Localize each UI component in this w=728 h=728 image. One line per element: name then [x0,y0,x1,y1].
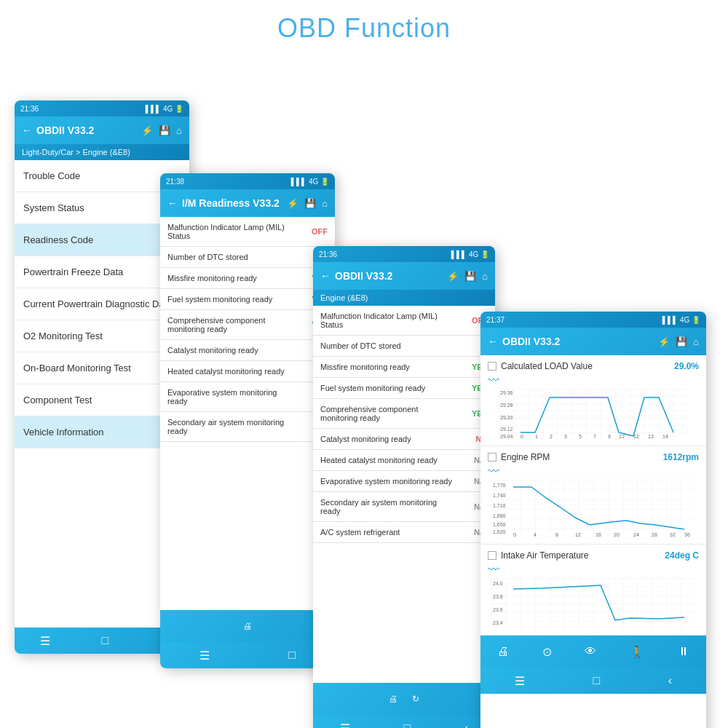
back-btn-4[interactable]: ‹ [668,674,672,687]
chart-load-checkbox[interactable] [488,362,496,371]
chart-rpm-value: 1612rpm [663,452,699,462]
chart-rpm: Engine RPM 1612rpm 〰 1,770 1,740 1,710 1… [480,446,706,545]
table-row: Missfire monitoring readyYES [160,268,335,289]
page-title: OBD Function [0,0,728,57]
svg-text:1,650: 1,650 [493,522,506,527]
save-icon-2: 💾 [304,198,316,209]
menu-icon-1[interactable]: ☰ [40,634,50,648]
svg-text:1,710: 1,710 [493,503,506,508]
chart-load-svg: 29.36 29.28 29.20 29.12 29.04 0 1 2 3 5 … [488,389,699,440]
svg-text:0: 0 [521,434,523,439]
print-icon-2[interactable]: 🖨 [243,621,252,631]
header-icons-2: ⚡ 💾 ⌂ [287,198,328,209]
sub-header-1: Light-Duty/Car > Engine (&E8) [15,144,189,160]
svg-text:11: 11 [619,434,625,439]
bottom-toolbar-4: 🖨 ⊙ 👁 🚶 ⏸ [480,636,706,668]
table-row: Catalyst monitoring readyNO [160,340,335,361]
time-1: 21:36 [20,105,39,113]
table-row: Secondary air system monitoring readyN/A [313,492,495,522]
table-row: Number of DTC stored0 [160,247,335,268]
bt-icon-4: ⚡ [658,336,670,347]
home-btn-4[interactable]: □ [593,674,600,687]
header-title-2: ← I/M Readiness V33.2 [167,197,280,209]
home-icon-3[interactable]: ⌂ [482,271,488,282]
svg-text:3: 3 [564,434,567,439]
app-header-3: ← OBDII V33.2 ⚡ 💾 ⌂ [313,262,495,290]
menu-icon-4[interactable]: ☰ [515,674,525,688]
table-row: Catalyst monitoring readyNO [313,429,495,450]
svg-text:4: 4 [534,532,537,537]
svg-text:32: 32 [670,532,676,537]
print-icon-3[interactable]: 🖨 [389,694,397,704]
menu-icon-2[interactable]: ☰ [199,649,210,662]
chart-temp: Intake Air Temperature 24deg C 〰 24.0 23… [480,545,706,636]
signal-1: ▌▌▌ 4G 🔋 [146,105,183,113]
chart-temp-checkbox[interactable] [488,551,496,560]
wave-icon-load: 〰 [488,374,499,387]
header-icons-4: ⚡ 💾 ⌂ [658,336,699,347]
walk-btn-4[interactable]: 🚶 [630,645,644,659]
status-bar-1: 21:36 ▌▌▌ 4G 🔋 [15,100,189,116]
print-btn-4[interactable]: 🖨 [497,645,509,658]
svg-text:14: 14 [662,434,668,439]
back-btn-3[interactable]: ‹ [464,721,468,728]
header-title-1: ← OBDII V33.2 [22,124,94,136]
home-icon-4[interactable]: ⌂ [693,336,699,347]
screen-live-data: 21:37 ▌▌▌ 4G 🔋 ← OBDII V33.2 ⚡ 💾 ⌂ Calcu… [480,312,706,728]
svg-text:12: 12 [633,434,639,439]
time-2: 21:38 [166,178,184,186]
svg-text:29.28: 29.28 [500,403,513,408]
view-btn-4[interactable]: 👁 [585,645,596,658]
refresh-icon-3[interactable]: ↻ [412,694,419,704]
status-bar-3: 21:36 ▌▌▌ 4G 🔋 [313,246,495,262]
table-row: Evaporative system monitoring readyN/A [160,382,335,412]
status-bar-2: 21:38 ▌▌▌ 4G 🔋 [160,173,335,189]
record-btn-4[interactable]: ⊙ [542,645,552,659]
table-row: Malfunction Indicator Lamp (MIL) StatusO… [313,306,495,336]
menu-icon-3[interactable]: ☰ [340,721,350,729]
screens-container: 21:36 ▌▌▌ 4G 🔋 ← OBDII V33.2 ⚡ 💾 ⌂ Light… [0,57,728,697]
svg-text:1,770: 1,770 [493,483,506,488]
back-icon-3[interactable]: ← [320,270,331,282]
signal-3: ▌▌▌ 4G 🔋 [451,250,489,258]
svg-text:23.6: 23.6 [493,607,503,612]
home-icon-2[interactable]: ⌂ [322,198,328,209]
chart-load: Calculated LOAD Value 29.0% 〰 29.36 29.2… [480,355,706,446]
pause-btn-4[interactable]: ⏸ [678,645,689,658]
bt-icon-3: ⚡ [447,271,459,282]
header-title-4: ← OBDII V33.2 [488,336,560,347]
table-row: Malfunction Indicator Lamp (MIL) StatusO… [160,217,335,247]
bt-icon-2: ⚡ [287,198,298,209]
table-row: A/C system refrigerantN/A [313,522,495,543]
svg-text:20: 20 [614,532,620,537]
svg-text:12: 12 [575,532,581,537]
chart-load-header: Calculated LOAD Value 29.0% [488,361,699,371]
svg-text:1,620: 1,620 [493,529,506,534]
back-icon-4[interactable]: ← [488,336,498,347]
svg-text:16: 16 [596,532,601,537]
screen-obdii-engine: 21:36 ▌▌▌ 4G 🔋 ← OBDII V33.2 ⚡ 💾 ⌂ Engin… [313,246,495,728]
table-row: Fuel system monitoring readyYES [160,289,335,310]
svg-text:5: 5 [579,434,582,439]
svg-text:24: 24 [633,532,639,537]
table-row: Heated catalyst monitoring readyN/A [313,450,495,471]
status-bar-4: 21:37 ▌▌▌ 4G 🔋 [480,312,706,328]
back-icon-1[interactable]: ← [22,124,32,136]
bt-icon: ⚡ [141,125,153,136]
engine-table-scroll[interactable]: Malfunction Indicator Lamp (MIL) StatusO… [313,306,495,683]
table-row: Heated catalyst monitoring readyN/A [160,361,335,382]
readiness-table-scroll[interactable]: Malfunction Indicator Lamp (MIL) StatusO… [160,217,335,610]
back-icon-2[interactable]: ← [167,197,178,209]
home-btn-2[interactable]: □ [288,649,296,662]
home-icon[interactable]: ⌂ [176,125,182,136]
chart-rpm-title: Engine RPM [488,452,550,462]
save-icon-3: 💾 [464,271,476,282]
svg-text:28: 28 [652,532,657,537]
home-btn-3[interactable]: □ [403,721,411,728]
chart-rpm-svg: 1,770 1,740 1,710 1,680 1,650 1,620 0 4 … [488,480,699,538]
chart-temp-svg: 24.0 23.8 23.6 23.4 [488,578,699,629]
table-row: Secondary air system monitoring readyN/A [160,412,335,442]
chart-rpm-checkbox[interactable] [488,453,496,462]
home-btn-1[interactable]: □ [101,634,108,647]
svg-text:29.36: 29.36 [500,390,513,395]
